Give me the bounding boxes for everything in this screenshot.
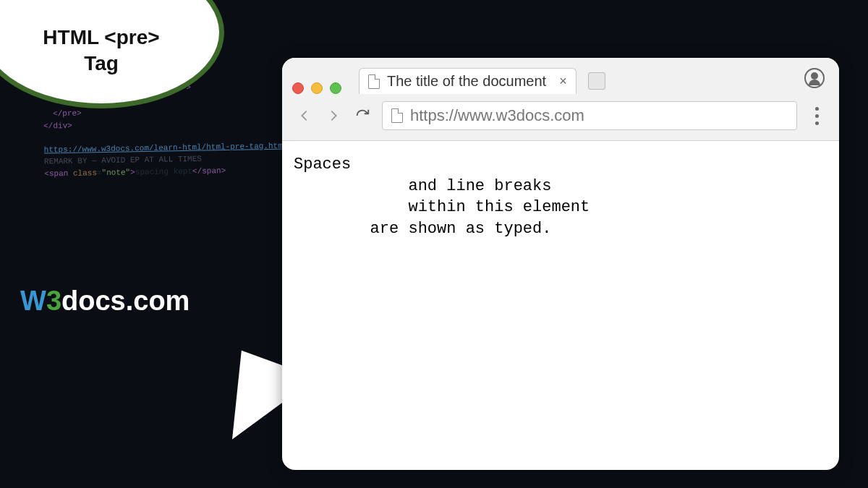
browser-window: The title of the document × https://www.… — [282, 58, 839, 470]
address-bar[interactable]: https://www.w3docs.com — [382, 101, 797, 130]
close-window-button[interactable] — [292, 82, 304, 94]
tab-title: The title of the document — [387, 73, 546, 90]
forward-button[interactable] — [324, 106, 343, 125]
logo-rest: docs.com — [61, 286, 190, 316]
logo-3: 3 — [46, 286, 61, 316]
page-icon — [391, 108, 403, 123]
minimize-window-button[interactable] — [311, 82, 323, 94]
tab-bar: The title of the document × — [282, 58, 839, 94]
page-viewport: Spaces and line breaks within this eleme… — [282, 141, 839, 253]
browser-chrome: The title of the document × https://www.… — [282, 58, 839, 141]
back-button[interactable] — [295, 106, 314, 125]
pre-output: Spaces and line breaks within this eleme… — [294, 154, 827, 240]
url-text: https://www.w3docs.com — [410, 106, 584, 125]
logo-w: W — [20, 286, 46, 316]
maximize-window-button[interactable] — [330, 82, 341, 94]
new-tab-button[interactable] — [588, 72, 605, 90]
browser-tab[interactable]: The title of the document × — [359, 68, 576, 94]
tab-close-button[interactable]: × — [559, 74, 567, 89]
bubble-title-line2: Tag — [84, 52, 119, 74]
w3docs-logo: W3docs.com — [20, 286, 190, 317]
profile-icon[interactable] — [804, 68, 825, 88]
reload-button[interactable] — [353, 106, 372, 125]
window-controls — [292, 82, 341, 94]
bubble-title: HTML <pre> Tag — [43, 25, 159, 77]
kebab-menu-icon[interactable] — [807, 107, 826, 125]
bubble-title-line1: HTML <pre> — [43, 26, 159, 48]
page-icon — [368, 74, 380, 89]
toolbar: https://www.w3docs.com — [282, 94, 839, 140]
